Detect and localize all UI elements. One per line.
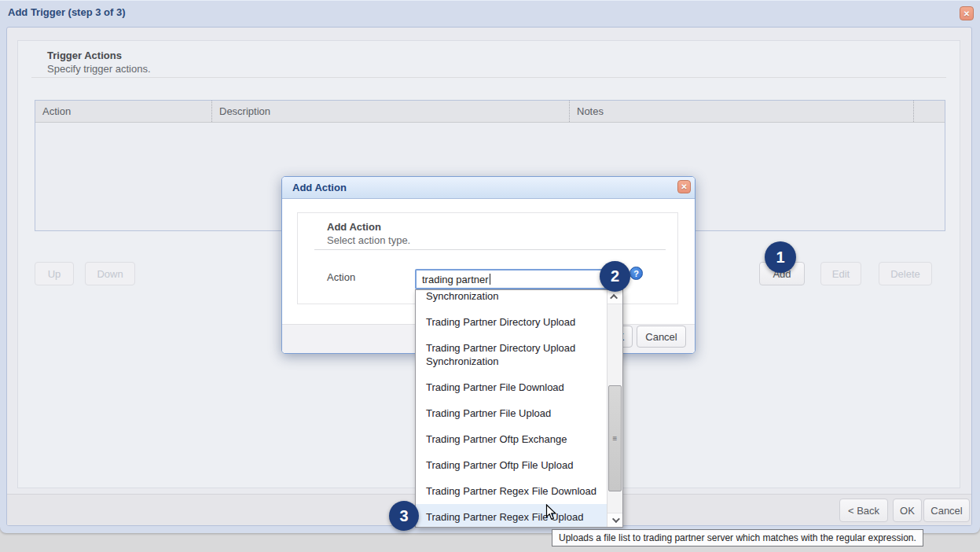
help-icon[interactable]: ? xyxy=(629,267,643,280)
trigger-actions-description: Specify trigger actions. xyxy=(47,63,151,75)
wizard-cancel-button[interactable]: Cancel xyxy=(923,499,970,522)
dialog-title: Add Trigger (step 3 of 3) xyxy=(8,6,126,18)
close-icon[interactable]: ✕ xyxy=(677,180,691,193)
down-button[interactable]: Down xyxy=(85,262,135,285)
scroll-up-icon[interactable] xyxy=(607,290,622,304)
grip-icon: ≡ xyxy=(613,435,618,443)
column-header-notes[interactable]: Notes xyxy=(569,101,913,122)
up-button[interactable]: Up xyxy=(35,262,74,285)
dropdown-item-highlighted[interactable]: Trading Partner Regex File Upload xyxy=(416,504,607,527)
heading-divider xyxy=(31,77,946,78)
add-action-description: Select action type. xyxy=(327,234,410,246)
text-caret xyxy=(490,274,490,285)
dialog-cancel-button[interactable]: Cancel xyxy=(637,326,686,348)
action-input-value: trading partner xyxy=(422,274,489,285)
trigger-actions-heading: Trigger Actions xyxy=(47,50,122,61)
step-badge-1: 1 xyxy=(765,241,796,273)
dropdown-item[interactable]: Trading Partner Regex File Download xyxy=(416,478,607,504)
column-header-action[interactable]: Action xyxy=(35,101,211,122)
scroll-down-icon[interactable] xyxy=(607,513,622,527)
dropdown-item[interactable]: Trading Partner File Download xyxy=(416,374,607,400)
dropdown-item[interactable]: Synchronization xyxy=(416,290,607,309)
step-badge-3: 3 xyxy=(389,501,419,531)
add-action-titlebar: Add Action xyxy=(282,177,695,199)
page: Add Trigger (step 3 of 3) ✕ Trigger Acti… xyxy=(0,0,980,552)
delete-button[interactable]: Delete xyxy=(879,262,932,285)
dialog-divider xyxy=(314,249,666,250)
dropdown-item[interactable]: Trading Partner Directory Upload xyxy=(416,309,607,335)
dropdown-item[interactable]: Trading Partner Oftp Exchange xyxy=(416,426,607,452)
dropdown-scrollbar[interactable]: ≡ xyxy=(607,290,622,527)
action-field-label: Action xyxy=(327,271,355,283)
action-combobox-input[interactable]: trading partner xyxy=(415,269,607,289)
mouse-cursor xyxy=(545,504,557,524)
edit-button[interactable]: Edit xyxy=(820,262,861,285)
close-icon[interactable]: ✕ xyxy=(960,6,974,20)
dropdown-item-list: Synchronization Trading Partner Director… xyxy=(416,290,607,527)
dropdown-item[interactable]: Trading Partner Directory Upload Synchro… xyxy=(416,335,607,374)
cursor-icon xyxy=(545,504,557,521)
dropdown-item[interactable]: Trading Partner Oftp File Upload xyxy=(416,452,607,478)
add-action-title: Add Action xyxy=(292,177,347,199)
spare-column-header xyxy=(913,101,945,122)
action-type-dropdown: Synchronization Trading Partner Director… xyxy=(415,289,623,528)
wizard-ok-button[interactable]: OK xyxy=(893,499,922,522)
dropdown-item[interactable]: Trading Partner File Upload xyxy=(416,400,607,426)
action-tooltip: Uploads a file list to trading partner s… xyxy=(552,529,923,546)
table-header-row: Action Description Notes xyxy=(35,101,945,123)
back-button[interactable]: < Back xyxy=(839,499,888,522)
step-badge-2: 2 xyxy=(600,261,630,292)
scrollbar-thumb[interactable]: ≡ xyxy=(608,385,622,491)
add-action-heading: Add Action xyxy=(327,221,381,233)
column-header-description[interactable]: Description xyxy=(211,101,569,122)
